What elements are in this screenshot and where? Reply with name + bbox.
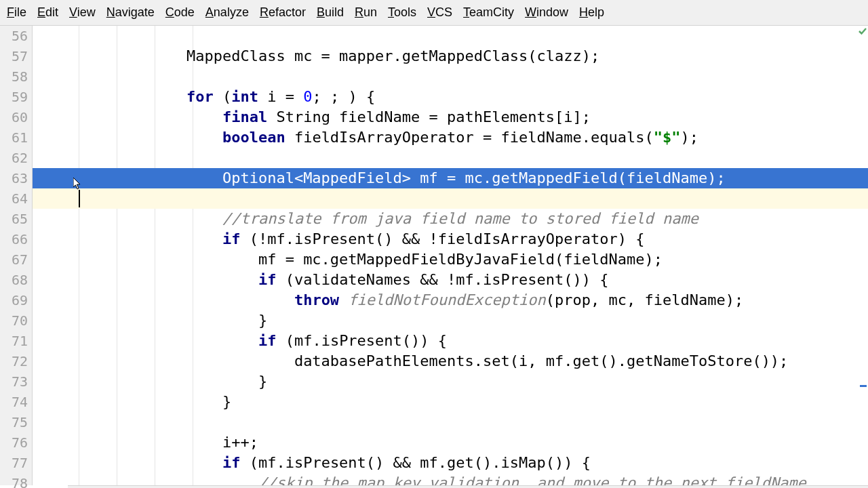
code-line[interactable] <box>33 26 868 46</box>
menu-help[interactable]: Help <box>574 1 610 24</box>
code-line[interactable]: } <box>33 392 868 412</box>
code-line[interactable]: final String fieldName = pathElements[i]… <box>33 107 868 127</box>
code-line[interactable] <box>33 188 868 209</box>
line-number[interactable]: 70 <box>0 310 32 331</box>
line-number[interactable]: 57 <box>0 46 32 66</box>
line-number[interactable]: 71 <box>0 331 32 351</box>
line-number[interactable]: 68 <box>0 270 32 290</box>
line-number[interactable]: 59 <box>0 87 32 107</box>
code-line[interactable]: for (int i = 0; ; ) { <box>33 87 868 107</box>
line-number[interactable]: 60 <box>0 107 32 127</box>
line-number[interactable]: 62 <box>0 148 32 168</box>
scroll-marker[interactable] <box>860 385 867 387</box>
menu-edit[interactable]: Edit <box>32 1 64 24</box>
scroll-markers <box>859 26 868 485</box>
line-number[interactable]: 73 <box>0 371 32 392</box>
menu-view[interactable]: View <box>64 1 101 24</box>
line-number[interactable]: 63 <box>0 168 32 188</box>
menu-tools[interactable]: Tools <box>382 1 422 24</box>
code-line[interactable]: if (!mf.isPresent() && !fieldIsArrayOper… <box>33 229 868 249</box>
code-line[interactable] <box>33 66 868 87</box>
code-area[interactable]: MappedClass mc = mapper.getMappedClass(c… <box>33 26 868 485</box>
line-number[interactable]: 69 <box>0 290 32 310</box>
code-line[interactable]: if (validateNames && !mf.isPresent()) { <box>33 270 868 290</box>
line-number[interactable]: 77 <box>0 453 32 473</box>
code-line[interactable]: } <box>33 310 868 331</box>
code-line[interactable]: boolean fieldIsArrayOperator = fieldName… <box>33 127 868 148</box>
code-line[interactable]: if (mf.isPresent()) { <box>33 331 868 351</box>
line-number[interactable]: 58 <box>0 66 32 87</box>
menu-vcs[interactable]: VCS <box>422 1 458 24</box>
menu-window[interactable]: Window <box>519 1 574 24</box>
line-number[interactable]: 64 <box>0 188 32 209</box>
code-editor[interactable]: 5657585960616263646566676869707172737475… <box>0 26 868 485</box>
menu-analyze[interactable]: Analyze <box>200 1 254 24</box>
line-number[interactable]: 75 <box>0 412 32 432</box>
code-line[interactable] <box>33 412 868 432</box>
menu-build[interactable]: Build <box>311 1 349 24</box>
code-line[interactable]: mf = mc.getMappedFieldByJavaField(fieldN… <box>33 249 868 270</box>
horizontal-scrollbar[interactable] <box>68 485 868 488</box>
code-line[interactable]: if (mf.isPresent() && mf.get().isMap()) … <box>33 453 868 473</box>
menu-file[interactable]: File <box>1 1 32 24</box>
line-number[interactable]: 56 <box>0 26 32 46</box>
line-number[interactable]: 74 <box>0 392 32 412</box>
menu-code[interactable]: Code <box>160 1 200 24</box>
menu-navigate[interactable]: Navigate <box>101 1 160 24</box>
line-number[interactable]: 67 <box>0 249 32 270</box>
line-number[interactable]: 78 <box>0 473 32 488</box>
code-line[interactable]: MappedClass mc = mapper.getMappedClass(c… <box>33 46 868 66</box>
menu-refactor[interactable]: Refactor <box>254 1 311 24</box>
code-line[interactable]: } <box>33 371 868 392</box>
code-line[interactable]: //skip the map key validation, and move … <box>33 473 868 485</box>
text-caret <box>79 190 80 207</box>
line-number[interactable]: 76 <box>0 432 32 453</box>
code-line[interactable]: throw fieldNotFoundException(prop, mc, f… <box>33 290 868 310</box>
line-number[interactable]: 61 <box>0 127 32 148</box>
line-number[interactable]: 72 <box>0 351 32 371</box>
menu-run[interactable]: Run <box>349 1 382 24</box>
inspection-ok-icon <box>859 27 867 35</box>
line-number[interactable]: 65 <box>0 209 32 229</box>
line-gutter: 5657585960616263646566676869707172737475… <box>0 26 33 485</box>
menu-teamcity[interactable]: TeamCity <box>458 1 519 24</box>
code-line[interactable]: i++; <box>33 432 868 453</box>
line-number[interactable]: 66 <box>0 229 32 249</box>
code-line[interactable]: Optional<MappedField> mf = mc.getMappedF… <box>33 168 868 188</box>
main-menubar: FileEditViewNavigateCodeAnalyzeRefactorB… <box>0 0 868 26</box>
code-line[interactable]: //translate from java field name to stor… <box>33 209 868 229</box>
code-line[interactable] <box>33 148 868 168</box>
code-line[interactable]: databasePathElements.set(i, mf.get().get… <box>33 351 868 371</box>
